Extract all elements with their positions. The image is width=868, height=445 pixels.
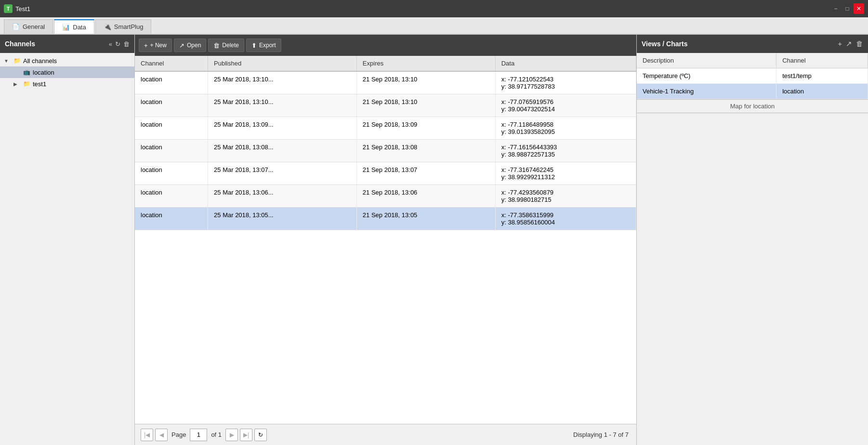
app-icon: T — [4, 4, 13, 13]
table-row[interactable]: location 25 Mar 2018, 13:09... 21 Sep 20… — [135, 117, 636, 140]
tree-item-test1[interactable]: ▶ 📁 test1 — [0, 78, 134, 90]
tab-bar: 📄 General 📊 Data 🔌 SmartPlug — [0, 17, 868, 35]
cell-published: 25 Mar 2018, 13:08... — [208, 140, 357, 162]
cell-channel: location — [135, 185, 208, 208]
tab-general-label: General — [23, 23, 45, 30]
views-cell-channel: location — [776, 84, 868, 99]
tab-data[interactable]: 📊 Data — [54, 19, 94, 34]
general-icon: 📄 — [12, 23, 20, 30]
views-cell-description: Vehicle-1 Tracking — [637, 84, 776, 99]
of-label: of 1 — [211, 431, 222, 438]
cell-expires: 21 Sep 2018, 13:10 — [356, 94, 495, 117]
sidebar: Channels « ↻ 🗑 ▼ 📁 All channels 📺 locati… — [0, 35, 135, 445]
cell-channel: location — [135, 94, 208, 117]
cell-published: 25 Mar 2018, 13:10... — [208, 94, 357, 117]
next-page-button[interactable]: ▶ — [225, 429, 238, 441]
prev-page-button[interactable]: ◀ — [155, 429, 168, 441]
open-button[interactable]: ↗ Open — [174, 39, 206, 52]
views-col-description: Description — [637, 53, 776, 68]
cell-data: x: -77.3586315999 y: 38.95856160004 — [495, 208, 636, 230]
cell-data: x: -77.4293560879 y: 38.9980182715 — [495, 185, 636, 208]
cell-expires: 21 Sep 2018, 13:07 — [356, 162, 495, 185]
close-button[interactable]: ✕ — [854, 3, 864, 14]
map-container: Map for location — [637, 99, 868, 445]
table-row[interactable]: location 25 Mar 2018, 13:07... 21 Sep 20… — [135, 162, 636, 185]
cell-data: x: -77.1186489958 y: 39.01393582095 — [495, 117, 636, 140]
main-content: Channels « ↻ 🗑 ▼ 📁 All channels 📺 locati… — [0, 35, 868, 445]
views-add-icon[interactable]: + — [838, 39, 842, 48]
tab-general[interactable]: 📄 General — [4, 19, 53, 34]
first-page-button[interactable]: |◀ — [141, 429, 153, 441]
tree-item-location-label: location — [33, 69, 54, 76]
tab-smartplug-label: SmartPlug — [114, 23, 144, 30]
views-table: Description Channel Temperature (ºC) tes… — [637, 53, 868, 99]
folder-icon: 📁 — [13, 57, 21, 65]
tree-item-test1-label: test1 — [33, 80, 46, 88]
test1-expand-icon: ▶ — [13, 81, 20, 87]
sidebar-title: Channels — [5, 40, 35, 48]
data-table: Channel Published Expires Data location … — [135, 56, 636, 230]
tab-smartplug[interactable]: 🔌 SmartPlug — [95, 19, 152, 34]
col-channel: Channel — [135, 56, 208, 71]
views-open-icon[interactable]: ↗ — [846, 39, 852, 48]
table-row[interactable]: location 25 Mar 2018, 13:06... 21 Sep 20… — [135, 185, 636, 208]
table-row[interactable]: location 25 Mar 2018, 13:05... 21 Sep 20… — [135, 208, 636, 230]
table-row[interactable]: location 25 Mar 2018, 13:08... 21 Sep 20… — [135, 140, 636, 162]
cell-channel: location — [135, 162, 208, 185]
col-data: Data — [495, 56, 636, 71]
tree-item-all-channels[interactable]: ▼ 📁 All channels — [0, 55, 134, 66]
tree-item-location[interactable]: 📺 location — [0, 66, 134, 78]
cell-expires: 21 Sep 2018, 13:10 — [356, 71, 495, 94]
page-label: Page — [171, 431, 186, 438]
new-button[interactable]: + + New — [139, 39, 172, 52]
export-label: Export — [259, 42, 276, 49]
app-title: Test1 — [15, 5, 30, 13]
minimize-button[interactable]: − — [830, 3, 841, 14]
export-button[interactable]: ⬆ Export — [246, 39, 281, 52]
expand-icon: ▼ — [4, 58, 11, 64]
cell-published: 25 Mar 2018, 13:05... — [208, 208, 357, 230]
new-label: + New — [150, 42, 167, 49]
channel-icon: 📺 — [22, 68, 31, 76]
views-table-row[interactable]: Vehicle-1 Tracking location — [637, 84, 868, 99]
maximize-button[interactable]: □ — [842, 3, 853, 14]
views-header: Views / Charts + ↗ 🗑 — [637, 35, 868, 53]
col-expires: Expires — [356, 56, 495, 71]
views-table-container: Description Channel Temperature (ºC) tes… — [637, 53, 868, 99]
sidebar-collapse-icon[interactable]: « — [109, 40, 112, 48]
views-col-channel: Channel — [776, 53, 868, 68]
cell-channel: location — [135, 117, 208, 140]
delete-icon: 🗑 — [213, 42, 220, 49]
table-container: Channel Published Expires Data location … — [135, 56, 636, 424]
table-row[interactable]: location 25 Mar 2018, 13:10... 21 Sep 20… — [135, 94, 636, 117]
table-row[interactable]: location 25 Mar 2018, 13:10... 21 Sep 20… — [135, 71, 636, 94]
cell-expires: 21 Sep 2018, 13:06 — [356, 185, 495, 208]
cell-channel: location — [135, 140, 208, 162]
cell-published: 25 Mar 2018, 13:06... — [208, 185, 357, 208]
displaying-text: Displaying 1 - 7 of 7 — [573, 431, 629, 438]
views-delete-icon[interactable]: 🗑 — [856, 39, 863, 48]
pagination: |◀ ◀ Page of 1 ▶ ▶| ↻ Displaying 1 - 7 o… — [135, 424, 636, 445]
data-panel: + + New ↗ Open 🗑 Delete ⬆ Export Channe — [135, 35, 637, 445]
sidebar-delete-icon[interactable]: 🗑 — [123, 40, 130, 48]
page-input[interactable] — [190, 429, 207, 441]
cell-expires: 21 Sep 2018, 13:09 — [356, 117, 495, 140]
last-page-button[interactable]: ▶| — [240, 429, 252, 441]
cell-published: 25 Mar 2018, 13:10... — [208, 71, 357, 94]
cell-data: x: -77.0765919576 y: 39.00473202514 — [495, 94, 636, 117]
tree-item-all-channels-label: All channels — [23, 57, 57, 65]
open-icon: ↗ — [179, 42, 184, 49]
delete-label: Delete — [222, 42, 239, 49]
delete-button[interactable]: 🗑 Delete — [208, 39, 244, 52]
sidebar-refresh-icon[interactable]: ↻ — [115, 40, 120, 48]
map-title: Map for location — [637, 99, 868, 113]
refresh-page-button[interactable]: ↻ — [254, 429, 267, 441]
cell-expires: 21 Sep 2018, 13:05 — [356, 208, 495, 230]
views-table-row[interactable]: Temperature (ºC) test1/temp — [637, 68, 868, 84]
open-label: Open — [187, 42, 201, 49]
views-cell-channel: test1/temp — [776, 68, 868, 84]
page-controls: |◀ ◀ Page of 1 ▶ ▶| ↻ — [141, 429, 267, 441]
tab-data-label: Data — [73, 24, 86, 31]
sidebar-header: Channels « ↻ 🗑 — [0, 35, 134, 53]
toolbar: + + New ↗ Open 🗑 Delete ⬆ Export — [135, 35, 636, 56]
